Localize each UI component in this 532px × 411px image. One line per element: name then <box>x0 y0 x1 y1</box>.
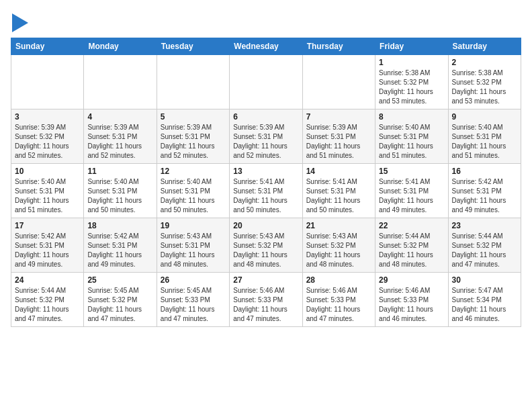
calendar-table: SundayMondayTuesdayWednesdayThursdayFrid… <box>11 38 521 327</box>
day-info: Sunrise: 5:40 AM Sunset: 5:31 PM Dayligh… <box>15 177 80 215</box>
col-header-monday: Monday <box>84 38 157 55</box>
day-info: Sunrise: 5:38 AM Sunset: 5:32 PM Dayligh… <box>452 68 517 106</box>
logo <box>11 13 28 32</box>
day-info: Sunrise: 5:40 AM Sunset: 5:31 PM Dayligh… <box>161 177 226 215</box>
day-cell: 3Sunrise: 5:39 AM Sunset: 5:32 PM Daylig… <box>11 109 84 164</box>
day-cell: 10Sunrise: 5:40 AM Sunset: 5:31 PM Dayli… <box>11 164 84 218</box>
day-info: Sunrise: 5:39 AM Sunset: 5:31 PM Dayligh… <box>87 123 152 161</box>
logo-icon <box>12 13 28 32</box>
day-cell: 11Sunrise: 5:40 AM Sunset: 5:31 PM Dayli… <box>84 164 157 218</box>
day-number: 30 <box>452 275 517 285</box>
day-number: 1 <box>379 58 444 67</box>
day-number: 21 <box>306 221 371 230</box>
day-cell <box>84 55 157 109</box>
day-cell: 8Sunrise: 5:40 AM Sunset: 5:31 PM Daylig… <box>375 109 448 164</box>
day-cell <box>302 55 375 109</box>
col-header-thursday: Thursday <box>302 38 375 55</box>
col-header-tuesday: Tuesday <box>157 38 229 55</box>
day-cell: 6Sunrise: 5:39 AM Sunset: 5:31 PM Daylig… <box>230 109 302 164</box>
week-row-2: 10Sunrise: 5:40 AM Sunset: 5:31 PM Dayli… <box>11 164 521 218</box>
day-cell: 27Sunrise: 5:46 AM Sunset: 5:33 PM Dayli… <box>230 273 302 327</box>
week-row-4: 24Sunrise: 5:44 AM Sunset: 5:32 PM Dayli… <box>11 273 521 327</box>
day-info: Sunrise: 5:46 AM Sunset: 5:33 PM Dayligh… <box>379 286 444 324</box>
day-info: Sunrise: 5:47 AM Sunset: 5:34 PM Dayligh… <box>452 286 517 324</box>
day-number: 12 <box>161 167 226 176</box>
header <box>11 11 521 32</box>
col-header-wednesday: Wednesday <box>230 38 302 55</box>
day-info: Sunrise: 5:43 AM Sunset: 5:31 PM Dayligh… <box>161 232 226 269</box>
day-number: 9 <box>452 112 517 122</box>
day-number: 3 <box>15 112 80 122</box>
day-cell: 21Sunrise: 5:43 AM Sunset: 5:32 PM Dayli… <box>302 218 375 273</box>
day-cell <box>230 55 302 109</box>
day-cell: 7Sunrise: 5:39 AM Sunset: 5:31 PM Daylig… <box>302 109 375 164</box>
day-number: 2 <box>452 58 517 67</box>
day-cell: 23Sunrise: 5:44 AM Sunset: 5:32 PM Dayli… <box>448 218 521 273</box>
day-number: 20 <box>233 221 298 230</box>
day-number: 18 <box>87 221 152 230</box>
day-number: 28 <box>306 275 371 285</box>
day-cell: 5Sunrise: 5:39 AM Sunset: 5:31 PM Daylig… <box>157 109 229 164</box>
day-number: 26 <box>161 275 226 285</box>
day-info: Sunrise: 5:42 AM Sunset: 5:31 PM Dayligh… <box>452 177 517 215</box>
day-cell: 28Sunrise: 5:46 AM Sunset: 5:33 PM Dayli… <box>302 273 375 327</box>
day-cell: 18Sunrise: 5:42 AM Sunset: 5:31 PM Dayli… <box>84 218 157 273</box>
calendar-body: 1Sunrise: 5:38 AM Sunset: 5:32 PM Daylig… <box>11 55 521 327</box>
calendar-header: SundayMondayTuesdayWednesdayThursdayFrid… <box>11 38 521 55</box>
day-info: Sunrise: 5:40 AM Sunset: 5:31 PM Dayligh… <box>87 177 152 215</box>
day-cell: 13Sunrise: 5:41 AM Sunset: 5:31 PM Dayli… <box>230 164 302 218</box>
day-number: 8 <box>379 112 444 122</box>
day-number: 19 <box>161 221 226 230</box>
day-cell: 9Sunrise: 5:40 AM Sunset: 5:31 PM Daylig… <box>448 109 521 164</box>
page: SundayMondayTuesdayWednesdayThursdayFrid… <box>0 0 532 334</box>
header-row: SundayMondayTuesdayWednesdayThursdayFrid… <box>11 38 521 55</box>
day-number: 23 <box>452 221 517 230</box>
day-info: Sunrise: 5:40 AM Sunset: 5:31 PM Dayligh… <box>379 123 444 161</box>
day-cell: 2Sunrise: 5:38 AM Sunset: 5:32 PM Daylig… <box>448 55 521 109</box>
day-info: Sunrise: 5:43 AM Sunset: 5:32 PM Dayligh… <box>233 232 298 269</box>
day-number: 14 <box>306 167 371 176</box>
day-cell <box>157 55 229 109</box>
day-number: 16 <box>452 167 517 176</box>
day-cell <box>11 55 84 109</box>
day-info: Sunrise: 5:46 AM Sunset: 5:33 PM Dayligh… <box>233 286 298 324</box>
day-cell: 1Sunrise: 5:38 AM Sunset: 5:32 PM Daylig… <box>375 55 448 109</box>
day-cell: 25Sunrise: 5:45 AM Sunset: 5:32 PM Dayli… <box>84 273 157 327</box>
day-info: Sunrise: 5:40 AM Sunset: 5:31 PM Dayligh… <box>452 123 517 161</box>
day-cell: 22Sunrise: 5:44 AM Sunset: 5:32 PM Dayli… <box>375 218 448 273</box>
day-cell: 30Sunrise: 5:47 AM Sunset: 5:34 PM Dayli… <box>448 273 521 327</box>
day-cell: 19Sunrise: 5:43 AM Sunset: 5:31 PM Dayli… <box>157 218 229 273</box>
week-row-3: 17Sunrise: 5:42 AM Sunset: 5:31 PM Dayli… <box>11 218 521 273</box>
day-cell: 20Sunrise: 5:43 AM Sunset: 5:32 PM Dayli… <box>230 218 302 273</box>
week-row-1: 3Sunrise: 5:39 AM Sunset: 5:32 PM Daylig… <box>11 109 521 164</box>
day-cell: 14Sunrise: 5:41 AM Sunset: 5:31 PM Dayli… <box>302 164 375 218</box>
day-number: 24 <box>15 275 80 285</box>
day-number: 4 <box>87 112 152 122</box>
day-info: Sunrise: 5:39 AM Sunset: 5:31 PM Dayligh… <box>306 123 371 161</box>
day-number: 11 <box>87 167 152 176</box>
week-row-0: 1Sunrise: 5:38 AM Sunset: 5:32 PM Daylig… <box>11 55 521 109</box>
day-info: Sunrise: 5:45 AM Sunset: 5:33 PM Dayligh… <box>161 286 226 324</box>
day-number: 17 <box>15 221 80 230</box>
day-info: Sunrise: 5:44 AM Sunset: 5:32 PM Dayligh… <box>15 286 80 324</box>
day-number: 6 <box>233 112 298 122</box>
day-cell: 17Sunrise: 5:42 AM Sunset: 5:31 PM Dayli… <box>11 218 84 273</box>
day-info: Sunrise: 5:44 AM Sunset: 5:32 PM Dayligh… <box>379 232 444 269</box>
day-info: Sunrise: 5:45 AM Sunset: 5:32 PM Dayligh… <box>87 286 152 324</box>
day-number: 15 <box>379 167 444 176</box>
day-cell: 29Sunrise: 5:46 AM Sunset: 5:33 PM Dayli… <box>375 273 448 327</box>
day-info: Sunrise: 5:46 AM Sunset: 5:33 PM Dayligh… <box>306 286 371 324</box>
col-header-saturday: Saturday <box>448 38 521 55</box>
day-cell: 16Sunrise: 5:42 AM Sunset: 5:31 PM Dayli… <box>448 164 521 218</box>
day-cell: 12Sunrise: 5:40 AM Sunset: 5:31 PM Dayli… <box>157 164 229 218</box>
day-info: Sunrise: 5:39 AM Sunset: 5:31 PM Dayligh… <box>233 123 298 161</box>
day-cell: 24Sunrise: 5:44 AM Sunset: 5:32 PM Dayli… <box>11 273 84 327</box>
day-number: 27 <box>233 275 298 285</box>
day-number: 7 <box>306 112 371 122</box>
day-number: 5 <box>161 112 226 122</box>
day-number: 25 <box>87 275 152 285</box>
day-number: 29 <box>379 275 444 285</box>
day-info: Sunrise: 5:41 AM Sunset: 5:31 PM Dayligh… <box>233 177 298 215</box>
col-header-sunday: Sunday <box>11 38 84 55</box>
day-cell: 26Sunrise: 5:45 AM Sunset: 5:33 PM Dayli… <box>157 273 229 327</box>
